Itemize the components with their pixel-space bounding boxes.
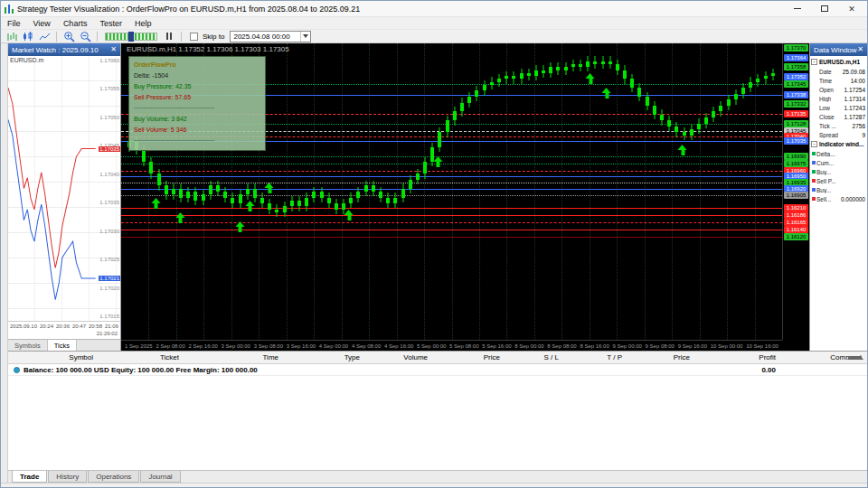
maximize-button[interactable]	[813, 2, 836, 16]
candle-body	[356, 192, 360, 198]
chevron-down-icon	[303, 34, 308, 38]
strategy-tester-window: Strategy Tester Visualization : OrderFlo…	[0, 0, 868, 488]
candlestick-chart-icon[interactable]	[21, 30, 35, 42]
time-label: 5 Sep 16:00	[482, 343, 511, 349]
level-line	[121, 176, 782, 177]
series-color-chip	[812, 197, 816, 201]
balance-text: Balance: 100 000.00 USD Equity: 100 000.…	[24, 366, 258, 374]
time-label: 10 Sep 16:00	[746, 343, 778, 349]
indicator-node-label: Indicator wind...	[819, 141, 863, 147]
column-header[interactable]: Volume	[365, 353, 433, 361]
candle-body	[586, 61, 590, 68]
time-label: 5 Sep 08:00	[449, 343, 478, 349]
candle-body	[497, 79, 501, 81]
bar-chart-icon[interactable]	[5, 30, 19, 42]
data-row: Time 14:00	[810, 76, 867, 85]
grid-line	[534, 43, 535, 340]
time-label: 8 Sep 00:00	[514, 343, 543, 349]
bid-line	[8, 88, 96, 267]
menu-item[interactable]: View	[27, 17, 57, 29]
data-row-label: Open	[819, 87, 834, 93]
candle-body	[490, 82, 494, 85]
speed-slider[interactable]	[105, 33, 157, 41]
balance-text-cell: Balance: 100 000.00 USD Equity: 100 000.…	[8, 366, 695, 374]
tab-trade[interactable]: Trade	[12, 471, 47, 483]
close-icon[interactable]: ✕	[110, 46, 117, 53]
tab-journal[interactable]: Journal	[140, 471, 180, 483]
level-line	[121, 195, 782, 196]
candle-body	[593, 61, 597, 64]
minimize-button[interactable]	[786, 2, 809, 16]
data-row: Open 1.17254	[810, 85, 867, 94]
candle-body	[393, 198, 397, 204]
toolbar-separator	[56, 32, 57, 42]
menu-item[interactable]: Help	[128, 17, 158, 29]
candle-body	[438, 132, 441, 146]
zoom-out-icon[interactable]	[78, 30, 92, 42]
market-watch-panel: Market Watch : 2025.09.10 ✕ EURUSD.m 1.1…	[8, 43, 121, 351]
column-header[interactable]: T / P	[564, 353, 627, 361]
indicator-tree-node[interactable]: - Indicator wind...	[810, 139, 867, 149]
price-label: 1.17370	[784, 44, 808, 52]
time-label: 9 Sep 08:00	[646, 343, 675, 349]
tab-history[interactable]: History	[48, 471, 87, 483]
candle-body	[231, 198, 234, 204]
chart-time-axis: 1 Sep 20252 Sep 08:002 Sep 16:003 Sep 00…	[121, 340, 782, 351]
candle-body	[571, 64, 575, 67]
menu-item[interactable]: Charts	[57, 17, 94, 29]
price-label: 1.17338	[784, 91, 808, 99]
price-tick-label: 1.17035	[97, 200, 119, 205]
ask-line	[8, 119, 96, 299]
zoom-in-icon[interactable]	[61, 30, 76, 42]
tab-symbols[interactable]: Symbols	[8, 340, 48, 351]
column-header[interactable]: Price	[627, 353, 695, 361]
menu-item[interactable]: File	[1, 17, 27, 29]
tab-operations[interactable]: Operations	[88, 471, 139, 483]
time-label: 4 Sep 00:00	[319, 343, 348, 349]
orderflow-panel-row: Delta: -1504	[134, 70, 260, 81]
scroll-up-icon[interactable]	[847, 356, 863, 360]
data-row: Spread 9	[810, 130, 867, 139]
data-row-value: 14:00	[851, 78, 865, 84]
column-header[interactable]: Price	[433, 353, 505, 361]
column-header[interactable]: Type	[284, 353, 365, 361]
orderflow-panel-row: Sell Volume: 5 346	[134, 125, 260, 136]
column-header[interactable]: Time	[184, 353, 284, 361]
candle-body	[320, 192, 324, 198]
collapse-icon[interactable]: -	[811, 59, 817, 65]
time-label: 21:09	[105, 324, 118, 329]
close-button[interactable]: ✕	[840, 2, 863, 16]
column-header[interactable]: Ticket	[99, 353, 184, 361]
collapse-icon[interactable]: -	[811, 141, 817, 147]
series-color-chip	[812, 170, 816, 174]
trade-panel: SymbolTicketTimeTypeVolumePriceS / LT / …	[8, 351, 867, 483]
column-header[interactable]: Symbol	[8, 353, 99, 361]
price-label: 1.17358	[784, 63, 808, 70]
main-chart[interactable]: EURUSD.m,H1 1.17352 1.17306 1.17303 1.17…	[121, 43, 809, 351]
indicator-row: Buy...	[810, 185, 867, 194]
data-row-value: 9	[862, 132, 865, 138]
symbol-tree-node[interactable]: - EURUSD.m,H1	[810, 57, 867, 67]
skip-to-checkbox[interactable]	[190, 33, 198, 41]
tab-ticks[interactable]: Ticks	[48, 340, 77, 351]
candle-body	[609, 61, 612, 64]
status-bar	[1, 483, 867, 487]
indicator-row-label: Buy...	[812, 169, 831, 175]
column-header[interactable]: Profit	[695, 353, 781, 361]
indicator-row-label: Delta...	[812, 151, 835, 157]
candle-body	[268, 203, 271, 210]
maximize-icon	[821, 5, 828, 12]
skip-date-combobox[interactable]: 2025.04.08 00:00	[230, 31, 311, 42]
candle-body	[534, 70, 538, 77]
column-header[interactable]: S / L	[505, 353, 564, 361]
combo-dropdown-button[interactable]	[300, 32, 310, 42]
pause-button[interactable]	[162, 30, 176, 42]
candle-body	[467, 97, 471, 103]
line-chart-icon[interactable]	[37, 30, 52, 42]
orderflow-panel-row: Sell Pressure: 57.65	[134, 92, 260, 103]
candle-body	[734, 94, 738, 100]
upper-row: Market Watch : 2025.09.10 ✕ EURUSD.m 1.1…	[8, 43, 867, 351]
speed-slider-handle[interactable]	[128, 32, 134, 42]
close-icon[interactable]: ✕	[857, 46, 863, 53]
menu-item[interactable]: Tester	[93, 17, 128, 29]
